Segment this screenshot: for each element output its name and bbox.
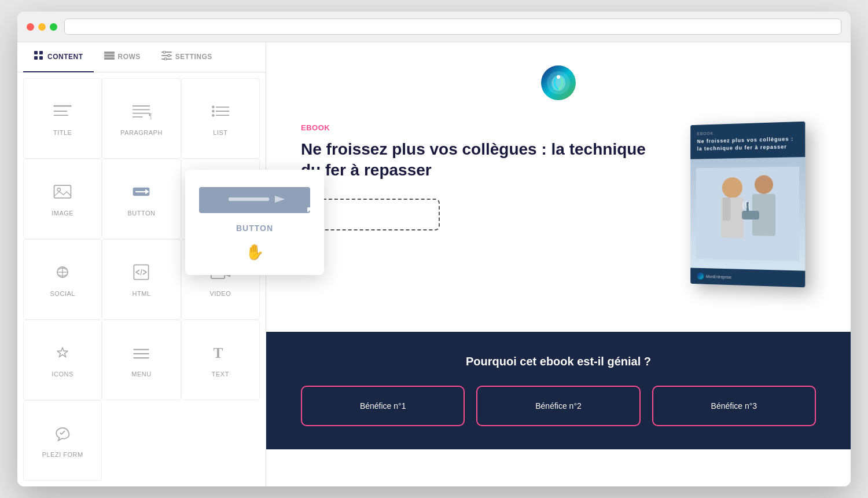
benefits-row: Bénéfice n°1 Bénéfice n°2 Bénéfice n°3 bbox=[301, 386, 816, 426]
html-icon bbox=[131, 262, 152, 285]
drag-hand-icon: ✋ bbox=[245, 243, 264, 261]
sidebar-item-title-label: TITLE bbox=[53, 129, 72, 136]
benefit-2-label: Bénéfice n°2 bbox=[535, 401, 582, 411]
image-icon bbox=[52, 181, 73, 205]
menu-icon bbox=[131, 342, 152, 366]
sidebar-items-grid: TITLE ¶ PARAGRAPH bbox=[17, 72, 266, 486]
brand-logo bbox=[541, 65, 576, 100]
svg-rect-3 bbox=[39, 56, 43, 60]
svg-point-28 bbox=[57, 188, 60, 191]
sidebar-item-plezi-form-label: PLEZI FORM bbox=[42, 451, 83, 458]
tab-settings[interactable]: SETTINGS bbox=[151, 42, 223, 72]
browser-chrome bbox=[17, 12, 851, 42]
ebook-cover-footer: MonEntreprise bbox=[690, 268, 805, 287]
svg-rect-45 bbox=[229, 197, 269, 201]
benefit-1-label: Bénéfice n°1 bbox=[360, 401, 406, 411]
tab-rows[interactable]: ROWS bbox=[94, 42, 151, 72]
benefit-card-2[interactable]: Bénéfice n°2 bbox=[476, 386, 640, 426]
svg-rect-4 bbox=[104, 52, 115, 54]
rows-tab-icon bbox=[104, 52, 115, 62]
sidebar-item-button-label: BUTTON bbox=[127, 210, 155, 217]
app-body: CONTENT ROWS bbox=[17, 42, 851, 486]
page-preview: EBOOK Ne froissez plus vos collègues : l… bbox=[266, 42, 851, 332]
ebook-cover: EBOOK Ne froissez plus vos collègues : l… bbox=[690, 122, 805, 288]
tab-content[interactable]: CONTENT bbox=[23, 42, 94, 72]
text-icon: T bbox=[210, 342, 231, 366]
sidebar-item-paragraph[interactable]: ¶ PARAGRAPH bbox=[102, 78, 181, 159]
cursor-icon: ↖ bbox=[306, 204, 316, 219]
svg-rect-53 bbox=[723, 197, 731, 221]
ebook-cover-image bbox=[690, 157, 805, 270]
sidebar-item-social-label: SOCIAL bbox=[50, 290, 75, 297]
browser-dots bbox=[27, 23, 57, 31]
sidebar-item-title[interactable]: TITLE bbox=[23, 78, 102, 159]
svg-text:T: T bbox=[213, 345, 223, 361]
sidebar-tabs: CONTENT ROWS bbox=[17, 42, 266, 72]
page-hero: EBOOK Ne froissez plus vos collègues : l… bbox=[301, 112, 816, 309]
svg-rect-57 bbox=[746, 202, 749, 211]
page-logo bbox=[301, 65, 816, 100]
svg-rect-2 bbox=[34, 56, 38, 60]
browser-window: CONTENT ROWS bbox=[17, 12, 851, 486]
sidebar: CONTENT ROWS bbox=[17, 42, 266, 486]
svg-rect-56 bbox=[742, 211, 759, 219]
ebook-cover-title: Ne froissez plus vos collègues : la tech… bbox=[697, 136, 798, 152]
drag-button-bar bbox=[220, 193, 289, 207]
sidebar-item-paragraph-label: PARAGRAPH bbox=[120, 129, 163, 136]
benefit-card-1[interactable]: Bénéfice n°1 bbox=[301, 386, 465, 426]
sidebar-item-list-label: LIST bbox=[213, 129, 227, 136]
svg-rect-5 bbox=[104, 54, 115, 57]
list-icon bbox=[210, 101, 231, 124]
plezi-form-icon bbox=[52, 423, 73, 446]
benefit-3-label: Bénéfice n°3 bbox=[711, 401, 757, 411]
button-icon bbox=[131, 181, 152, 205]
sidebar-item-image-label: IMAGE bbox=[52, 210, 73, 217]
svg-rect-1 bbox=[39, 51, 43, 54]
ebook-cover-tag: EBOOK bbox=[697, 129, 798, 136]
tab-content-label: CONTENT bbox=[47, 53, 83, 61]
title-icon bbox=[52, 101, 73, 124]
svg-rect-27 bbox=[54, 185, 71, 198]
sidebar-item-menu-label: MENU bbox=[131, 371, 151, 378]
sidebar-item-html-label: HTML bbox=[133, 290, 151, 297]
sidebar-item-video-label: VIDEO bbox=[209, 290, 231, 297]
sidebar-item-menu[interactable]: MENU bbox=[102, 320, 181, 400]
hero-tag: EBOOK bbox=[301, 123, 665, 132]
drag-overlay-label: BUTTON bbox=[236, 224, 273, 233]
dark-section-title: Pourquoi cet ebook est-il génial ? bbox=[466, 355, 651, 368]
sidebar-item-icons[interactable]: ICONS bbox=[23, 320, 102, 400]
svg-text:¶: ¶ bbox=[149, 112, 152, 120]
svg-rect-10 bbox=[163, 51, 165, 53]
svg-point-51 bbox=[722, 177, 742, 198]
button-drag-overlay[interactable]: ↖ BUTTON ✋ bbox=[185, 170, 324, 275]
svg-point-24 bbox=[212, 106, 215, 109]
svg-point-48 bbox=[557, 75, 560, 79]
close-dot[interactable] bbox=[27, 23, 34, 31]
hero-title: Ne froissez plus vos collègues : la tech… bbox=[301, 139, 665, 181]
svg-rect-6 bbox=[104, 57, 115, 60]
fullscreen-dot[interactable] bbox=[50, 23, 57, 31]
svg-rect-12 bbox=[164, 58, 167, 60]
sidebar-item-list[interactable]: LIST bbox=[181, 78, 260, 159]
sidebar-item-image[interactable]: IMAGE bbox=[23, 159, 102, 239]
drag-button-preview: ↖ bbox=[199, 187, 310, 213]
sidebar-item-plezi-form[interactable]: PLEZI FORM bbox=[23, 400, 102, 481]
settings-tab-icon bbox=[161, 51, 172, 63]
icons-icon bbox=[52, 342, 73, 366]
tab-rows-label: ROWS bbox=[118, 53, 141, 61]
svg-point-26 bbox=[212, 114, 215, 117]
paragraph-icon: ¶ bbox=[131, 101, 152, 124]
hero-text: EBOOK Ne froissez plus vos collègues : l… bbox=[301, 123, 665, 233]
sidebar-item-html[interactable]: HTML bbox=[102, 239, 181, 320]
main-content: EBOOK Ne froissez plus vos collègues : l… bbox=[266, 42, 851, 486]
sidebar-item-icons-label: ICONS bbox=[52, 371, 73, 378]
social-icon bbox=[52, 262, 73, 285]
url-bar[interactable] bbox=[64, 19, 841, 35]
svg-rect-11 bbox=[168, 54, 170, 57]
tab-settings-label: SETTINGS bbox=[175, 53, 212, 61]
sidebar-item-button[interactable]: BUTTON bbox=[102, 159, 181, 239]
minimize-dot[interactable] bbox=[38, 23, 46, 31]
sidebar-item-text[interactable]: T TEXT bbox=[181, 320, 260, 400]
sidebar-item-social[interactable]: SOCIAL bbox=[23, 239, 102, 320]
benefit-card-3[interactable]: Bénéfice n°3 bbox=[652, 386, 816, 426]
